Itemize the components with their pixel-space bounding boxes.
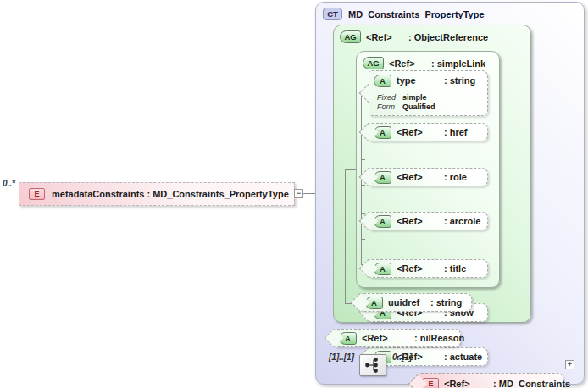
attribute-icon: A <box>374 75 391 87</box>
attribute-type-label: : title <box>444 263 466 274</box>
attribute-icon: A <box>365 297 383 309</box>
attr-group-type: : ObjectReference <box>408 32 488 42</box>
connector-line <box>361 185 365 186</box>
attribute-icon: A <box>339 332 357 345</box>
xsd-diagram-canvas: 0..* E metadataConstraints : MD_Constrai… <box>0 0 588 388</box>
facet-divider <box>375 91 480 91</box>
attribute-type[interactable]: A type : string Fixed simple Form Qualif… <box>369 70 488 116</box>
attr-group-header: AG <Ref> : ObjectReference <box>340 30 488 43</box>
attribute-type-label: : string <box>444 75 475 86</box>
minus-icon: − <box>297 190 301 197</box>
plus-icon: + <box>568 361 572 369</box>
element-md-constraints[interactable]: E <Ref> : MD_Constraints <box>418 373 563 388</box>
attr-group-name: <Ref> <box>366 32 403 42</box>
attribute-type-label: : nilReason <box>414 333 464 343</box>
attribute-icon: A <box>374 126 391 139</box>
attr-group-header: AG <Ref> : simpleLink <box>363 57 485 69</box>
attr-group-icon: AG <box>363 57 384 69</box>
facet-value: Qualified <box>402 103 435 112</box>
connector-line <box>361 159 365 160</box>
collapse-toggle[interactable]: − <box>294 189 303 198</box>
element-metadataconstraints[interactable]: E metadataConstraints : MD_Constraints_P… <box>19 182 295 206</box>
connector-line <box>361 239 365 240</box>
attribute-actuate[interactable]: A <Ref> : actuate <box>369 347 488 366</box>
attribute-role[interactable]: A <Ref> : role <box>369 168 488 186</box>
attribute-arcrole[interactable]: A <Ref> : arcrole <box>369 212 488 230</box>
attribute-name: <Ref> <box>397 263 439 274</box>
attribute-type-label: : href <box>444 127 468 137</box>
element-label: metadataConstraints : MD_Constraints_Pro… <box>52 189 289 199</box>
attribute-type-label: : role <box>444 172 467 182</box>
facet-label: Fixed <box>377 93 399 103</box>
expand-toggle[interactable]: + <box>565 360 574 369</box>
attribute-nilreason[interactable]: A <Ref> : nilReason <box>334 329 461 347</box>
element-type-label: : MD_Constraints <box>493 379 570 388</box>
attr-group-type: : simpleLink <box>431 58 485 69</box>
facet-value: simple <box>402 93 427 103</box>
compositor-cardinality-label: [1]..[1] <box>329 352 354 362</box>
connector-line <box>345 169 346 303</box>
attribute-type-label: : string <box>430 297 462 308</box>
attribute-icon: A <box>374 215 391 228</box>
complex-type-title: MD_Constraints_PropertyType <box>348 9 485 19</box>
attr-group-icon: AG <box>340 30 361 43</box>
attribute-uuidref[interactable]: A uuidref : string <box>360 293 472 312</box>
connector-line <box>345 169 356 170</box>
attribute-href[interactable]: A <Ref> : href <box>369 123 488 141</box>
attribute-name: type <box>397 75 439 86</box>
child-cardinality-label: 0..[1] <box>392 352 412 362</box>
sequence-glyph <box>363 357 382 374</box>
element-name: <Ref> <box>444 379 488 388</box>
attribute-name: <Ref> <box>362 333 409 343</box>
complex-type-box[interactable]: CT MD_Constraints_PropertyType AG <Ref> … <box>315 2 585 385</box>
attribute-icon: A <box>374 171 391 184</box>
facet-form: Form Qualified <box>369 103 487 112</box>
attribute-type-label: : actuate <box>444 352 482 362</box>
source-cardinality-label: 0..* <box>3 179 15 188</box>
facet-fixed: Fixed simple <box>369 93 487 103</box>
attribute-name: <Ref> <box>397 216 439 226</box>
attribute-icon: A <box>374 263 391 275</box>
attr-group-simplelink[interactable]: AG <Ref> : simpleLink A type <box>356 51 500 288</box>
attr-group-objectreference[interactable]: AG <Ref> : ObjectReference AG <Ref> : si… <box>333 25 531 323</box>
element-icon: E <box>29 188 45 200</box>
attribute-type-label: : arcrole <box>444 216 480 226</box>
attribute-name: <Ref> <box>397 127 439 137</box>
element-icon: E <box>423 378 439 388</box>
facet-label: Form <box>377 103 399 112</box>
attr-group-name: <Ref> <box>389 58 426 69</box>
complex-type-header: CT MD_Constraints_PropertyType <box>323 8 485 20</box>
attribute-name: <Ref> <box>397 172 439 182</box>
complex-type-icon: CT <box>323 8 342 20</box>
attribute-title[interactable]: A <Ref> : title <box>369 259 488 278</box>
attribute-name: uuidref <box>388 297 425 308</box>
sequence-compositor-icon[interactable] <box>359 354 386 376</box>
